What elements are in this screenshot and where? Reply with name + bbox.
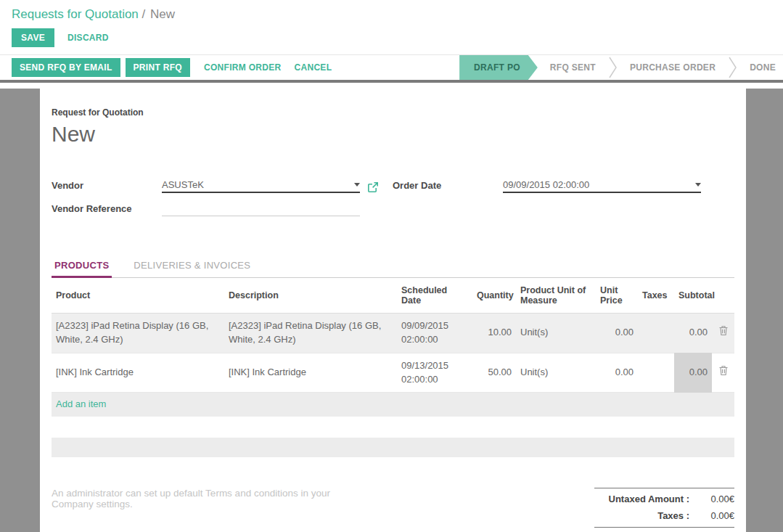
breadcrumb-parent-link[interactable]: Requests for Quotation <box>12 7 139 21</box>
status-step-draft-po[interactable]: DRAFT PO <box>459 55 538 80</box>
totals-panel: Untaxed Amount : 0.00€ Taxes : 0.00€ Tot… <box>594 488 734 532</box>
col-description: Description <box>224 278 397 314</box>
cell-scheduled-date[interactable]: 09/13/2015 02:00:00 <box>397 353 472 393</box>
col-scheduled-date: Scheduled Date <box>397 278 472 314</box>
table-header-row: Product Description Scheduled Date Quant… <box>52 278 734 314</box>
vendor-label: Vendor <box>52 180 162 193</box>
col-subtotal: Subtotal <box>674 278 712 314</box>
taxes-label: Taxes : <box>657 510 689 521</box>
cell-quantity[interactable]: 10.00 <box>472 314 516 353</box>
chevron-separator-icon <box>728 55 737 80</box>
col-product: Product <box>52 278 224 314</box>
notebook-tabs: PRODUCTS DELIVERIES & INVOICES <box>52 254 734 278</box>
cell-product[interactable]: [INK] Ink Cartridge <box>52 353 224 393</box>
cell-taxes[interactable] <box>638 353 674 393</box>
cell-unit-price[interactable]: 0.00 <box>596 353 638 393</box>
breadcrumb-separator: / <box>142 7 146 21</box>
col-actions <box>712 278 734 314</box>
cell-subtotal: 0.00 <box>674 314 712 353</box>
col-taxes: Taxes <box>638 278 674 314</box>
delete-row-icon[interactable] <box>718 327 729 338</box>
vendor-reference-field[interactable] <box>162 202 360 216</box>
status-step-rfq-sent[interactable]: RFQ SENT <box>538 55 608 80</box>
order-date-label: Order Date <box>393 180 503 193</box>
untaxed-amount-value: 0.00€ <box>689 494 734 504</box>
chevron-down-icon[interactable] <box>354 183 360 187</box>
header-fields: Vendor ASUSTeK Vendor Reference <box>52 179 734 225</box>
statusbar: DRAFT PO RFQ SENT PURCHASE ORDER DONE <box>459 55 783 80</box>
form-sheet: Request for Quotation New Vendor ASUSTeK <box>40 89 746 532</box>
save-button[interactable]: SAVE <box>12 28 54 47</box>
col-quantity: Quantity <box>472 278 516 314</box>
open-record-icon[interactable] <box>367 181 379 193</box>
table-row[interactable]: [A2323] iPad Retina Display (16 GB, Whit… <box>52 314 734 353</box>
empty-section-bar <box>52 438 734 457</box>
cell-subtotal: 0.00 <box>674 353 712 393</box>
sheet-subtitle: Request for Quotation <box>52 107 734 118</box>
vendor-field[interactable]: ASUSTeK <box>162 179 360 193</box>
terms-textarea[interactable] <box>52 488 357 532</box>
terms-and-conditions-area <box>52 488 357 532</box>
table-row[interactable]: [INK] Ink Cartridge [INK] Ink Cartridge … <box>52 353 734 393</box>
vendor-reference-label: Vendor Reference <box>52 203 162 216</box>
order-date-value: 09/09/2015 02:00:00 <box>503 179 691 190</box>
page-background: Request for Quotation New Vendor ASUSTeK <box>0 89 783 532</box>
discard-button[interactable]: DISCARD <box>67 33 109 43</box>
untaxed-amount-label: Untaxed Amount : <box>609 494 689 504</box>
cell-product[interactable]: [A2323] iPad Retina Display (16 GB, Whit… <box>52 314 224 353</box>
col-uom: Product Unit of Measure <box>516 278 596 314</box>
col-unit-price: Unit Price <box>596 278 638 314</box>
confirm-order-button[interactable]: CONFIRM ORDER <box>204 62 282 73</box>
cell-description[interactable]: [INK] Ink Cartridge <box>224 353 397 393</box>
breadcrumb-current: New <box>150 7 175 21</box>
cell-scheduled-date[interactable]: 09/09/2015 02:00:00 <box>397 314 472 353</box>
taxes-value: 0.00€ <box>689 510 734 521</box>
tab-deliveries-invoices[interactable]: DELIVERIES & INVOICES <box>131 254 253 277</box>
cell-unit-price[interactable]: 0.00 <box>596 314 638 353</box>
tab-products[interactable]: PRODUCTS <box>52 254 112 277</box>
add-item-row: Add an item <box>52 393 734 417</box>
status-step-done[interactable]: DONE <box>737 55 783 80</box>
top-header: Requests for Quotation / New SAVE DISCAR… <box>0 0 783 54</box>
cell-uom[interactable]: Unit(s) <box>516 314 596 353</box>
action-toolbar: SEND RFQ BY EMAIL PRINT RFQ CONFIRM ORDE… <box>0 54 783 83</box>
status-step-purchase-order[interactable]: PURCHASE ORDER <box>618 55 728 80</box>
add-an-item-link[interactable]: Add an item <box>56 398 106 409</box>
order-lines-table: Product Description Scheduled Date Quant… <box>52 278 734 417</box>
cancel-button[interactable]: CANCEL <box>295 62 332 73</box>
delete-row-icon[interactable] <box>718 367 729 378</box>
chevron-down-icon[interactable] <box>695 183 701 187</box>
vendor-value: ASUSTeK <box>162 179 350 190</box>
cell-taxes[interactable] <box>638 314 674 353</box>
cell-uom[interactable]: Unit(s) <box>516 353 596 393</box>
cell-quantity[interactable]: 50.00 <box>472 353 516 393</box>
breadcrumb: Requests for Quotation / New <box>12 7 771 22</box>
chevron-separator-icon <box>608 55 618 80</box>
print-rfq-button[interactable]: PRINT RFQ <box>126 58 190 77</box>
send-rfq-by-email-button[interactable]: SEND RFQ BY EMAIL <box>12 58 120 77</box>
page-title: New <box>52 122 734 147</box>
order-date-field[interactable]: 09/09/2015 02:00:00 <box>503 179 701 193</box>
cell-description[interactable]: [A2323] iPad Retina Display (16 GB, Whit… <box>224 314 397 353</box>
